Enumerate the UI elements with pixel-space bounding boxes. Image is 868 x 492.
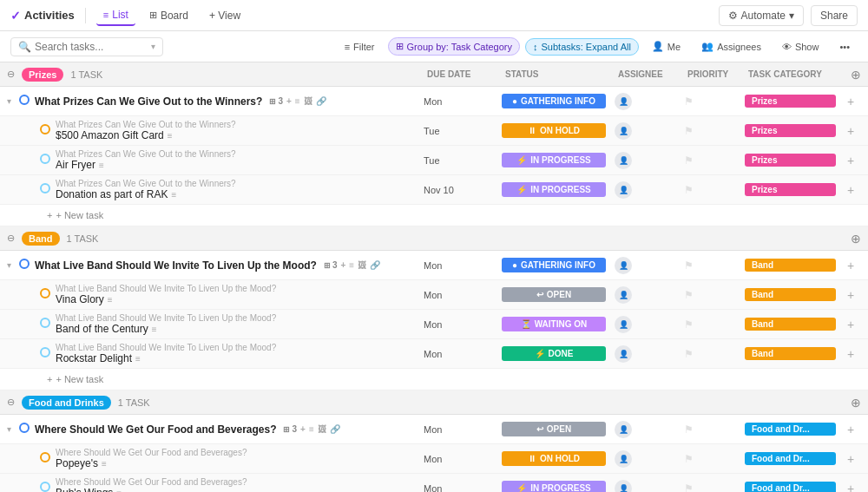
task-category[interactable]: Band	[745, 259, 840, 272]
task-priority[interactable]: ⚑	[684, 318, 745, 331]
task-checkbox[interactable]	[40, 183, 52, 196]
prizes-toggle[interactable]: ⊖	[7, 69, 15, 80]
task-priority[interactable]: ⚑	[684, 125, 745, 137]
task-status[interactable]: ⏳ WAITING ON	[502, 317, 615, 331]
prizes-add-icon[interactable]: ⊕	[851, 68, 861, 82]
tab-list[interactable]: ≡ List	[96, 5, 135, 26]
expand-icon[interactable]: ▾	[7, 260, 19, 270]
food-toggle[interactable]: ⊖	[7, 397, 15, 408]
task-assignee[interactable]: 👤	[615, 93, 684, 110]
task-assignee[interactable]: 👤	[615, 181, 684, 199]
task-checkbox[interactable]	[19, 423, 31, 436]
row-add[interactable]: +	[840, 259, 861, 272]
task-category[interactable]: Band	[745, 347, 840, 360]
row-add[interactable]: +	[840, 318, 861, 331]
task-priority[interactable]: ⚑	[684, 259, 745, 272]
task-title[interactable]: What Live Band Should We Invite To Liven…	[35, 259, 420, 272]
tab-add-view[interactable]: + View	[202, 6, 247, 25]
task-priority[interactable]: ⚑	[684, 289, 745, 301]
task-status[interactable]: ↩ OPEN	[502, 422, 615, 436]
task-status[interactable]: ⚡ IN PROGRESS	[502, 182, 615, 197]
task-category[interactable]: Prizes	[745, 154, 840, 167]
task-priority[interactable]: ⚑	[684, 423, 745, 436]
task-title[interactable]: Vina Glory≡	[56, 293, 420, 305]
group-by-pill[interactable]: ⊞ Group by: Task Category	[388, 37, 520, 56]
task-status[interactable]: ⚡ IN PROGRESS	[502, 481, 615, 492]
task-priority[interactable]: ⚑	[684, 453, 745, 465]
task-title[interactable]: Rockstar Delight≡	[56, 352, 420, 364]
assignees-button[interactable]: 👥 Assignees	[694, 37, 769, 56]
band-toggle[interactable]: ⊖	[7, 233, 15, 244]
task-category[interactable]: Food and Dr...	[745, 452, 840, 465]
task-category[interactable]: Food and Dr...	[745, 423, 840, 436]
task-assignee[interactable]: 👤	[615, 450, 684, 468]
task-title[interactable]: Band of the Century≡	[56, 323, 420, 335]
show-button[interactable]: 👁 Show	[774, 38, 827, 56]
task-title[interactable]: Bub's Wings≡	[56, 487, 420, 492]
task-status[interactable]: ● GATHERING INFO	[502, 258, 615, 272]
task-category[interactable]: Prizes	[745, 95, 840, 108]
task-checkbox[interactable]	[40, 154, 52, 167]
filter-button[interactable]: ≡ Filter	[337, 38, 383, 56]
task-assignee[interactable]: 👤	[615, 257, 684, 274]
me-button[interactable]: 👤 Me	[644, 37, 688, 56]
share-button[interactable]: Share	[811, 5, 858, 26]
task-status[interactable]: ⚡ IN PROGRESS	[502, 153, 615, 167]
task-status[interactable]: ● GATHERING INFO	[502, 94, 615, 108]
search-input[interactable]	[35, 41, 148, 53]
task-assignee[interactable]: 👤	[615, 152, 684, 169]
task-status[interactable]: ⚡ DONE	[502, 346, 615, 361]
task-category[interactable]: Band	[745, 288, 840, 301]
task-checkbox[interactable]	[40, 452, 52, 465]
task-title[interactable]: Popeye's≡	[56, 457, 420, 469]
row-add[interactable]: +	[840, 482, 861, 493]
band-add-icon[interactable]: ⊕	[851, 232, 861, 246]
food-tag[interactable]: Food and Drinks	[22, 396, 111, 410]
task-assignee[interactable]: 👤	[615, 286, 684, 304]
row-add[interactable]: +	[840, 154, 861, 167]
task-checkbox[interactable]	[40, 347, 52, 360]
expand-icon[interactable]: ▾	[7, 96, 19, 106]
row-add[interactable]: +	[840, 423, 861, 436]
row-add[interactable]: +	[840, 183, 861, 197]
tab-board[interactable]: ⊞ Board	[142, 6, 195, 25]
band-tag[interactable]: Band	[22, 232, 60, 246]
task-assignee[interactable]: 👤	[615, 122, 684, 140]
row-add[interactable]: +	[840, 124, 861, 138]
more-button[interactable]: •••	[832, 38, 858, 56]
task-checkbox[interactable]	[40, 124, 52, 137]
new-task-button-band[interactable]: + + New task	[47, 374, 103, 384]
expand-icon[interactable]: ▾	[7, 424, 19, 434]
search-box[interactable]: 🔍 ▾	[10, 37, 163, 56]
task-checkbox[interactable]	[19, 259, 31, 272]
task-title[interactable]: $500 Amazon Gift Card ≡	[56, 129, 420, 141]
task-priority[interactable]: ⚑	[684, 482, 745, 493]
task-checkbox[interactable]	[40, 318, 52, 331]
task-title[interactable]: Donation as part of RAK ≡	[56, 188, 420, 200]
task-priority[interactable]: ⚑	[684, 348, 745, 360]
task-priority[interactable]: ⚑	[684, 95, 745, 108]
task-checkbox[interactable]	[40, 482, 52, 492]
task-title[interactable]: Air Fryer ≡	[56, 159, 420, 171]
task-assignee[interactable]: 👤	[615, 316, 684, 333]
task-status[interactable]: ↩ OPEN	[502, 287, 615, 302]
new-task-button-prizes[interactable]: + + New task	[47, 210, 103, 220]
task-category[interactable]: Prizes	[745, 183, 840, 196]
row-add[interactable]: +	[840, 452, 861, 466]
task-assignee[interactable]: 👤	[615, 480, 684, 493]
row-add[interactable]: +	[840, 347, 861, 361]
food-add-icon[interactable]: ⊕	[851, 396, 861, 410]
task-status[interactable]: ⏸ ON HOLD	[502, 123, 615, 138]
task-checkbox[interactable]	[40, 288, 52, 301]
row-add[interactable]: +	[840, 288, 861, 302]
task-priority[interactable]: ⚑	[684, 154, 745, 167]
task-status[interactable]: ⏸ ON HOLD	[502, 451, 615, 466]
task-title[interactable]: What Prizes Can We Give Out to the Winne…	[35, 95, 420, 108]
task-assignee[interactable]: 👤	[615, 345, 684, 363]
task-category[interactable]: Band	[745, 318, 840, 331]
task-checkbox[interactable]	[19, 95, 31, 108]
automate-button[interactable]: ⚙ Automate ▾	[719, 5, 804, 26]
task-category[interactable]: Prizes	[745, 124, 840, 137]
task-assignee[interactable]: 👤	[615, 421, 684, 438]
subtasks-pill[interactable]: ↕ Subtasks: Expand All	[525, 38, 639, 56]
